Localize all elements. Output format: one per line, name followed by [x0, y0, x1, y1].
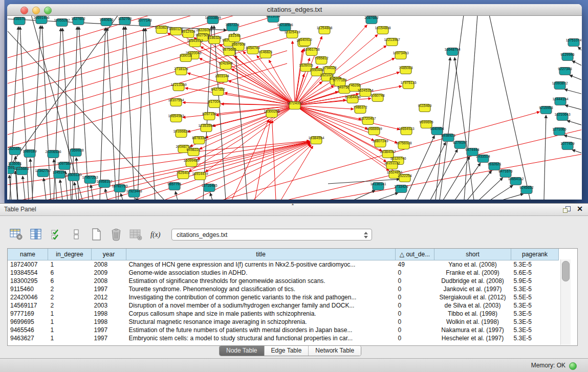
graph-node[interactable]: 16151132 [384, 161, 400, 169]
cell[interactable]: Corpus callosum shape and size in male p… [126, 310, 396, 318]
graph-node[interactable]: 12342757 [35, 169, 51, 177]
graph-node[interactable]: 8912934 [181, 30, 195, 38]
graph-node[interactable]: 10055287 [54, 18, 70, 27]
graph-node[interactable]: 19654983 [168, 114, 184, 122]
graph-node[interactable]: 9498222 [186, 148, 200, 156]
cell[interactable]: Embryonic stem cells: a model to study s… [126, 334, 396, 342]
graph-node[interactable]: 10973493 [393, 51, 408, 59]
close-panel-icon[interactable]: ✕ [577, 205, 583, 213]
cell[interactable]: 5.5E-5 [511, 293, 559, 301]
graph-node[interactable]: 935570 [13, 17, 25, 25]
cell[interactable]: de Silva et al. (2003) [434, 301, 511, 310]
graph-node[interactable]: 1989189 [23, 149, 36, 158]
cell[interactable]: 5.3E-5 [511, 334, 559, 342]
table-source-select[interactable]: citations_edges.txt [171, 229, 372, 240]
delete-table-button[interactable] [109, 227, 123, 242]
table-row[interactable]: 946362711997Embryonic stem cells: a mode… [8, 334, 559, 342]
graph-node[interactable]: 16033809 [205, 16, 221, 24]
column-header-name[interactable]: name [8, 249, 48, 260]
graph-node[interactable]: 15720407 [360, 117, 376, 125]
select-columns-button[interactable] [49, 227, 63, 242]
table-row[interactable]: 2242004622012Investigating the contribut… [8, 293, 559, 301]
graph-node[interactable]: 20364436 [344, 95, 360, 103]
graph-node[interactable]: 2933514 [476, 155, 490, 163]
cell[interactable]: Dudbridge et al. (2008) [434, 277, 511, 285]
graph-node[interactable]: 7625402 [176, 171, 190, 179]
graph-node[interactable]: 391591 [8, 166, 15, 174]
graph-node[interactable]: 18107554 [168, 98, 184, 106]
cell[interactable]: Estimation of significance thresholds fo… [126, 277, 396, 285]
cell[interactable]: Structural magnetic resonance image aver… [126, 318, 396, 326]
graph-node[interactable]: 12353594 [198, 124, 214, 132]
cell[interactable]: 1997 [92, 334, 126, 342]
table-row[interactable]: 1872400712008Changes of HCN gene express… [8, 260, 559, 269]
table-row[interactable]: 1938455462009Genome-wide association stu… [8, 269, 559, 277]
window-titlebar[interactable]: citations_edges.txt [7, 4, 582, 16]
cell[interactable]: 2012 [92, 293, 126, 301]
graph-node[interactable]: 12444194 [552, 97, 568, 105]
column-header-year[interactable]: year [92, 249, 126, 260]
graph-node[interactable]: 8878334 [192, 136, 206, 144]
table-row[interactable]: 911546021997Tourette syndrome. Phenomeno… [8, 285, 559, 293]
graph-node[interactable]: 14136141 [370, 182, 386, 190]
cell[interactable]: 0 [396, 318, 434, 326]
network-graph[interactable]: 9355702069140610055287152760275406101152… [8, 16, 581, 200]
zoom-window-button[interactable] [44, 7, 52, 14]
tab-edge-table[interactable]: Edge Table [264, 346, 309, 356]
vertical-scrollbar[interactable] [560, 259, 571, 345]
graph-node[interactable]: 9129946 [560, 53, 574, 61]
graph-node[interactable]: 19654923 [398, 127, 414, 135]
graph-node[interactable]: 10688609 [366, 127, 382, 135]
cell[interactable]: 2 [48, 293, 92, 301]
import-table-button-disabled[interactable] [129, 227, 143, 242]
graph-node[interactable]: 2520651 [8, 147, 21, 155]
graph-node[interactable]: 1077459 [560, 142, 574, 150]
cell[interactable]: 1997 [92, 326, 126, 334]
scrollbar-thumb[interactable] [562, 261, 570, 281]
cell[interactable]: 0 [396, 310, 434, 318]
cell[interactable]: Genome-wide association studies in ADHD. [126, 269, 396, 277]
graph-node[interactable]: 2077143 [138, 18, 151, 27]
cell[interactable]: Tourette syndrome. Phenomenology and cla… [126, 285, 396, 293]
graph-node[interactable]: 1152760 [118, 17, 132, 25]
cell[interactable]: 1 [48, 326, 92, 334]
cell[interactable]: 0 [396, 293, 434, 301]
graph-node[interactable]: 8267150 [202, 112, 216, 120]
column-header-in_degree[interactable]: in_degree [48, 249, 92, 260]
function-builder-button[interactable]: f(x) [149, 227, 163, 242]
row-height-button[interactable] [69, 227, 83, 242]
graph-node[interactable]: 15751074 [565, 38, 581, 47]
graph-node[interactable]: 15716485 [201, 184, 217, 192]
graph-node[interactable]: 16154808 [375, 26, 390, 34]
cell[interactable]: Wolkin et al. (1998) [434, 318, 511, 326]
cell[interactable]: 0 [396, 269, 434, 277]
cell[interactable]: 9699695 [8, 318, 48, 326]
cell[interactable]: 2009 [92, 269, 126, 277]
cell[interactable]: 2 [48, 285, 92, 293]
graph-node[interactable]: 16099489 [183, 159, 199, 167]
close-window-button[interactable] [20, 7, 28, 14]
cell[interactable]: Investigating the contribution of common… [126, 293, 396, 301]
graph-node[interactable]: 16543912 [187, 39, 203, 47]
cell[interactable]: 14569117 [8, 301, 48, 310]
graph-node[interactable]: 17359928 [68, 148, 83, 157]
graph-node[interactable]: 16782759 [112, 184, 127, 192]
graph-node[interactable]: 18300295 [264, 110, 279, 118]
cell[interactable]: 0 [396, 301, 434, 310]
cell[interactable]: Estimation of the future numbers of pati… [126, 326, 396, 334]
cell[interactable]: 5.3E-5 [511, 301, 559, 310]
graph-node[interactable]: 16648794 [444, 48, 460, 56]
float-panel-icon[interactable] [563, 206, 571, 213]
network-canvas[interactable]: 9355702069140610055287152760275406101152… [8, 16, 581, 200]
graph-node[interactable]: 1115683 [15, 167, 29, 175]
cell[interactable]: 0 [396, 334, 434, 342]
graph-node[interactable]: 19384554 [308, 136, 324, 144]
graph-node[interactable]: 12093872 [552, 81, 568, 90]
minimize-window-button[interactable] [32, 7, 40, 14]
graph-node[interactable]: 1640910 [298, 38, 312, 46]
table-row[interactable]: 969969511998Structural magnetic resonanc… [8, 318, 559, 326]
cell[interactable]: 18724007 [8, 260, 48, 269]
graph-node[interactable]: 9857791 [167, 182, 181, 190]
cell[interactable]: 19384554 [8, 269, 48, 277]
graph-node[interactable]: 2087682 [364, 16, 378, 24]
